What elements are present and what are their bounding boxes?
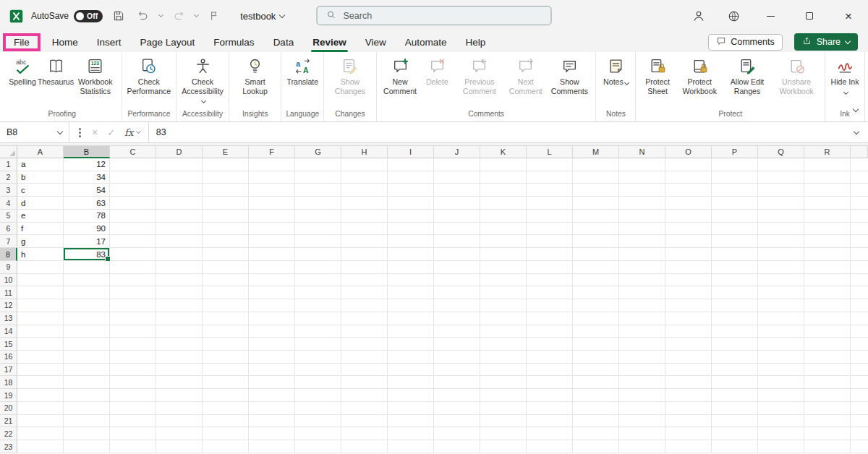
cell-Q11[interactable] — [758, 286, 804, 299]
cell-A12[interactable] — [17, 299, 64, 312]
cell-F2[interactable] — [249, 171, 295, 184]
cell-Q21[interactable] — [758, 415, 804, 428]
cell-B22[interactable] — [64, 427, 110, 440]
cell-G2[interactable] — [295, 171, 341, 184]
cell-B23[interactable] — [64, 440, 110, 453]
ribbon-button-translate[interactable]: aATranslate — [284, 52, 320, 87]
cell-C4[interactable] — [110, 197, 156, 210]
cell-B21[interactable] — [64, 415, 110, 428]
cell-G12[interactable] — [295, 299, 341, 312]
cell-L10[interactable] — [527, 274, 573, 287]
cell-L13[interactable] — [527, 312, 573, 325]
cell-C16[interactable] — [110, 351, 156, 364]
cell-O8[interactable] — [665, 248, 712, 261]
cell-L8[interactable] — [527, 248, 573, 261]
cell-O22[interactable] — [665, 427, 712, 440]
cell-J9[interactable] — [434, 261, 480, 274]
cell-L15[interactable] — [527, 338, 573, 351]
cell-B4[interactable]: 63 — [64, 197, 110, 210]
cell-B16[interactable] — [64, 351, 110, 364]
cell-C18[interactable] — [110, 376, 156, 389]
cell-A5[interactable]: e — [17, 210, 64, 223]
cell-K9[interactable] — [480, 261, 527, 274]
cell-N7[interactable] — [619, 235, 665, 248]
cell-F4[interactable] — [249, 197, 295, 210]
cell-H16[interactable] — [341, 351, 388, 364]
cell-E15[interactable] — [203, 338, 249, 351]
cell-B19[interactable] — [64, 389, 110, 402]
cell-Q3[interactable] — [758, 184, 804, 197]
cell-R10[interactable] — [804, 274, 851, 287]
cell-K23[interactable] — [480, 440, 527, 453]
cell-M5[interactable] — [573, 210, 619, 223]
cell-O20[interactable] — [665, 402, 712, 415]
row-header-8[interactable]: 8 — [0, 248, 17, 261]
cell-P11[interactable] — [712, 286, 758, 299]
cell-N3[interactable] — [619, 184, 665, 197]
cancel-entry-icon[interactable]: × — [92, 127, 98, 138]
cell-H23[interactable] — [341, 440, 388, 453]
tab-help[interactable]: Help — [456, 32, 495, 52]
col-header-E[interactable]: E — [203, 146, 249, 158]
cell-O10[interactable] — [665, 274, 712, 287]
cell-H12[interactable] — [341, 299, 388, 312]
tab-formulas[interactable]: Formulas — [204, 32, 263, 52]
cell-M11[interactable] — [573, 286, 619, 299]
cell-D11[interactable] — [156, 286, 203, 299]
cell-N20[interactable] — [619, 402, 665, 415]
cell-P3[interactable] — [712, 184, 758, 197]
row-header-13[interactable]: 13 — [0, 312, 17, 325]
row-header-14[interactable]: 14 — [0, 325, 17, 338]
cell-M7[interactable] — [573, 235, 619, 248]
ribbon-button-check-accessibility[interactable]: Check Accessibility — [179, 52, 226, 106]
cell-N13[interactable] — [619, 312, 665, 325]
cell-Q2[interactable] — [758, 171, 804, 184]
cell-K16[interactable] — [480, 351, 527, 364]
globe-icon[interactable] — [725, 7, 742, 25]
cell-P4[interactable] — [712, 197, 758, 210]
cell-M18[interactable] — [573, 376, 619, 389]
cell-G9[interactable] — [295, 261, 341, 274]
cell-I19[interactable] — [388, 389, 434, 402]
cell-B13[interactable] — [64, 312, 110, 325]
cell-J19[interactable] — [434, 389, 480, 402]
cell-L23[interactable] — [527, 440, 573, 453]
cell-A6[interactable]: f — [17, 223, 64, 236]
cell-L6[interactable] — [527, 223, 573, 236]
cell-L18[interactable] — [527, 376, 573, 389]
row-header-20[interactable]: 20 — [0, 402, 17, 415]
cell-H6[interactable] — [341, 223, 388, 236]
cell-H3[interactable] — [341, 184, 388, 197]
cell-O3[interactable] — [665, 184, 712, 197]
col-header-P[interactable]: P — [712, 146, 758, 158]
cell-L16[interactable] — [527, 351, 573, 364]
row-header-4[interactable]: 4 — [0, 197, 17, 210]
tab-view[interactable]: View — [356, 32, 396, 52]
ribbon-button-smart-lookup[interactable]: Smart Lookup — [232, 52, 278, 96]
cell-C1[interactable] — [110, 158, 156, 171]
cell-K12[interactable] — [480, 299, 527, 312]
cell-G17[interactable] — [295, 364, 341, 377]
cell-E6[interactable] — [203, 223, 249, 236]
cell-Q10[interactable] — [758, 274, 804, 287]
cell-F20[interactable] — [249, 402, 295, 415]
cell-J7[interactable] — [434, 235, 480, 248]
cell-Q5[interactable] — [758, 210, 804, 223]
cell-M3[interactable] — [573, 184, 619, 197]
cell-H13[interactable] — [341, 312, 388, 325]
cell-F19[interactable] — [249, 389, 295, 402]
ribbon-button-show-comments[interactable]: Show Comments — [546, 52, 592, 96]
cell-I18[interactable] — [388, 376, 434, 389]
cell-J13[interactable] — [434, 312, 480, 325]
cell-M12[interactable] — [573, 299, 619, 312]
cell-P9[interactable] — [712, 261, 758, 274]
row-header-22[interactable]: 22 — [0, 427, 17, 440]
cell-J6[interactable] — [434, 223, 480, 236]
cell-A19[interactable] — [17, 389, 64, 402]
cell-E18[interactable] — [203, 376, 249, 389]
row-header-18[interactable]: 18 — [0, 376, 17, 389]
comments-button[interactable]: Comments — [708, 34, 782, 51]
cell-B12[interactable] — [64, 299, 110, 312]
cell-H20[interactable] — [341, 402, 388, 415]
cell-Q16[interactable] — [758, 351, 804, 364]
